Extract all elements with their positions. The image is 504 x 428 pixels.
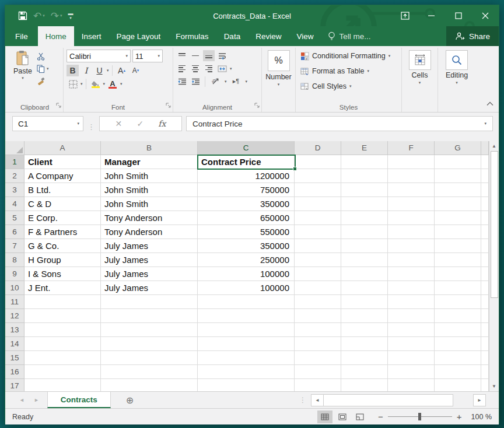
- zoom-slider-thumb[interactable]: [418, 413, 421, 420]
- cell-C1[interactable]: Contract Price: [198, 155, 295, 169]
- cell-G4[interactable]: [435, 197, 481, 211]
- cell-C15[interactable]: [198, 351, 295, 365]
- cell-D4[interactable]: [295, 197, 341, 211]
- cell-D1[interactable]: [295, 155, 341, 169]
- cancel-entry-button[interactable]: ✕: [116, 119, 123, 128]
- cell-F5[interactable]: [388, 211, 435, 225]
- cell-C12[interactable]: [198, 309, 295, 323]
- cell-H1[interactable]: [481, 155, 489, 169]
- column-header-A[interactable]: A: [24, 141, 101, 155]
- wrap-text-button[interactable]: [216, 50, 228, 61]
- cell-B15[interactable]: [101, 351, 198, 365]
- cell-styles-button[interactable]: Cell Styles ▾: [300, 79, 398, 94]
- editing-button[interactable]: Editing ▾: [442, 48, 472, 85]
- cell-C6[interactable]: 550000: [198, 225, 295, 239]
- format-painter-button[interactable]: [36, 76, 50, 86]
- format-as-table-button[interactable]: Format as Table ▾: [300, 64, 398, 79]
- row-header-1[interactable]: 1: [5, 155, 24, 169]
- sheet-tab-contracts[interactable]: Contracts: [47, 392, 111, 408]
- zoom-in-button[interactable]: +: [457, 412, 462, 422]
- cells-button[interactable]: Cells ▾: [405, 48, 435, 85]
- cell-D10[interactable]: [295, 281, 341, 295]
- cell-G5[interactable]: [435, 211, 481, 225]
- cell-A17[interactable]: [24, 379, 101, 391]
- merge-center-button[interactable]: [216, 63, 228, 74]
- number-group-button[interactable]: Number: [265, 73, 291, 81]
- font-color-button[interactable]: A: [106, 79, 119, 89]
- cell-F15[interactable]: [388, 351, 435, 365]
- cell-G16[interactable]: [435, 365, 481, 379]
- cell-G9[interactable]: [435, 267, 481, 281]
- bottom-align-button[interactable]: [203, 50, 215, 61]
- row-header-15[interactable]: 15: [5, 351, 24, 365]
- cell-H3[interactable]: [481, 183, 489, 197]
- cell-B11[interactable]: [101, 295, 198, 309]
- copy-button[interactable]: ▾: [36, 64, 50, 73]
- tab-review[interactable]: Review: [248, 26, 289, 46]
- font-size-select[interactable]: 11▾: [132, 50, 163, 62]
- increase-indent-button[interactable]: [190, 76, 201, 87]
- cell-A6[interactable]: F & Partners: [24, 225, 101, 239]
- cell-A4[interactable]: C & D: [24, 197, 101, 211]
- tab-home[interactable]: Home: [38, 26, 74, 46]
- cell-G17[interactable]: [435, 379, 481, 391]
- cell-H14[interactable]: [481, 337, 489, 351]
- cell-F3[interactable]: [388, 183, 435, 197]
- cell-D14[interactable]: [295, 337, 341, 351]
- cell-B1[interactable]: Manager: [101, 155, 198, 169]
- cell-H5[interactable]: [481, 211, 489, 225]
- fill-handle[interactable]: [293, 167, 297, 171]
- cell-G8[interactable]: [435, 253, 481, 267]
- ribbon-display-options-button[interactable]: [391, 5, 418, 26]
- tab-formulas[interactable]: Formulas: [168, 26, 216, 46]
- cell-C9[interactable]: 100000: [198, 267, 295, 281]
- cell-E9[interactable]: [341, 267, 388, 281]
- cell-F13[interactable]: [388, 323, 435, 337]
- cell-B5[interactable]: Tony Anderson: [101, 211, 198, 225]
- cell-F11[interactable]: [388, 295, 435, 309]
- formula-input[interactable]: Contract Price ▾: [186, 116, 493, 131]
- row-header-6[interactable]: 6: [5, 225, 24, 239]
- cell-H6[interactable]: [481, 225, 489, 239]
- column-header-E[interactable]: E: [341, 141, 388, 155]
- zoom-slider[interactable]: [388, 416, 452, 417]
- scroll-right-icon[interactable]: ►: [473, 394, 486, 406]
- cell-G15[interactable]: [435, 351, 481, 365]
- align-right-button[interactable]: [203, 63, 215, 74]
- cell-B8[interactable]: July James: [101, 253, 198, 267]
- page-layout-view-button[interactable]: [335, 411, 350, 423]
- minimize-button[interactable]: [418, 5, 445, 26]
- cell-H11[interactable]: [481, 295, 489, 309]
- page-break-preview-button[interactable]: [352, 411, 368, 423]
- cell-G13[interactable]: [435, 323, 481, 337]
- column-header-B[interactable]: B: [101, 141, 198, 155]
- cell-G11[interactable]: [435, 295, 481, 309]
- cell-D16[interactable]: [295, 365, 341, 379]
- vertical-scrollbar[interactable]: ▲ ▼: [489, 141, 499, 391]
- decrease-indent-button[interactable]: [176, 76, 188, 87]
- vertical-scrollbar-thumb[interactable]: [491, 151, 498, 298]
- select-all-button[interactable]: [5, 141, 24, 155]
- increase-font-size-button[interactable]: A▴: [116, 65, 128, 76]
- cell-F8[interactable]: [388, 253, 435, 267]
- cell-H9[interactable]: [481, 267, 489, 281]
- cell-G6[interactable]: [435, 225, 481, 239]
- cell-B2[interactable]: John Smith: [101, 169, 198, 183]
- cell-C10[interactable]: 100000: [198, 281, 295, 295]
- cell-C4[interactable]: 350000: [198, 197, 295, 211]
- cell-A5[interactable]: E Corp.: [24, 211, 101, 225]
- cell-E2[interactable]: [341, 169, 388, 183]
- cell-C13[interactable]: [198, 323, 295, 337]
- cell-D8[interactable]: [295, 253, 341, 267]
- cell-A14[interactable]: [24, 337, 101, 351]
- cell-C8[interactable]: 250000: [198, 253, 295, 267]
- cell-H8[interactable]: [481, 253, 489, 267]
- clipboard-dialog-launcher[interactable]: [56, 100, 61, 110]
- cell-H16[interactable]: [481, 365, 489, 379]
- cell-E7[interactable]: [341, 239, 388, 253]
- cell-G12[interactable]: [435, 309, 481, 323]
- next-sheet-icon[interactable]: ►: [34, 397, 39, 403]
- tab-file[interactable]: File: [5, 26, 38, 46]
- cell-E8[interactable]: [341, 253, 388, 267]
- tab-bar-resize-handle[interactable]: ⋮: [295, 392, 311, 408]
